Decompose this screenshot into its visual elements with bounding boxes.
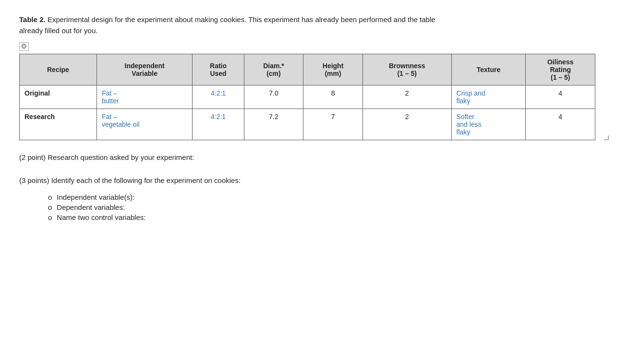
list-item: o Dependent variables:	[19, 203, 609, 211]
question-1-text: (2 point) Research question asked by you…	[19, 152, 609, 163]
resize-handle[interactable]	[604, 135, 609, 140]
cell-ratio-research: 4:2:1	[193, 109, 244, 140]
col-header-oiliness: OilinessRating(1 – 5)	[526, 54, 595, 85]
cell-recipe-original: Original	[20, 85, 97, 109]
bullet-icon: o	[48, 193, 52, 201]
col-header-diam: Diam.*(cm)	[244, 54, 303, 85]
table-caption: Table 2. Experimental design for the exp…	[19, 14, 451, 36]
col-header-independent: IndependentVariable	[97, 54, 193, 85]
list-item: o Independent variable(s):	[19, 193, 609, 201]
question-block-2: (3 points) Identify each of the followin…	[19, 175, 609, 221]
move-handle[interactable]: ⭙	[19, 42, 29, 51]
cell-recipe-research: Research	[20, 109, 97, 140]
caption-bold: Table 2.	[19, 15, 46, 24]
caption-rest: Experimental design for the experiment a…	[19, 15, 435, 35]
cell-texture-research: Softerand lessflaky	[451, 109, 526, 140]
cell-indvar-original: Fat –butter	[97, 85, 193, 109]
question-2-text: (3 points) Identify each of the followin…	[19, 175, 609, 186]
col-header-height: Height(mm)	[303, 54, 363, 85]
list-item-label: Dependent variables:	[57, 203, 125, 211]
cell-texture-original: Crisp andflaky	[451, 85, 526, 109]
table-wrapper: ⭙ Recipe IndependentVariable RatioUsed D…	[19, 42, 609, 140]
cell-height-research: 7	[303, 109, 363, 140]
cell-indvar-research: Fat –vegetable oil	[97, 109, 193, 140]
question-block-1: (2 point) Research question asked by you…	[19, 152, 609, 163]
col-header-recipe: Recipe	[20, 54, 97, 85]
cell-diam-research: 7.2	[244, 109, 303, 140]
experiment-table: Recipe IndependentVariable RatioUsed Dia…	[19, 54, 595, 140]
bullet-icon: o	[48, 203, 52, 211]
cell-height-original: 8	[303, 85, 363, 109]
col-header-texture: Texture	[451, 54, 526, 85]
list-item-label: Independent variable(s):	[57, 193, 134, 201]
col-header-brownness: Brownness(1 – 5)	[362, 54, 451, 85]
cell-oiliness-original: 4	[526, 85, 595, 109]
cell-brownness-research: 2	[362, 109, 451, 140]
cell-diam-original: 7.0	[244, 85, 303, 109]
bullet-icon: o	[48, 213, 52, 221]
cell-brownness-original: 2	[362, 85, 451, 109]
list-item: o Name two control variables:	[19, 213, 609, 221]
table-row: Original Fat –butter 4:2:1 7.0 8 2 Crisp…	[20, 85, 595, 109]
list-item-label: Name two control variables:	[57, 213, 145, 221]
cell-oiliness-research: 4	[526, 109, 595, 140]
cell-ratio-original: 4:2:1	[193, 85, 244, 109]
table-row: Research Fat –vegetable oil 4:2:1 7.2 7 …	[20, 109, 595, 140]
col-header-ratio: RatioUsed	[193, 54, 244, 85]
